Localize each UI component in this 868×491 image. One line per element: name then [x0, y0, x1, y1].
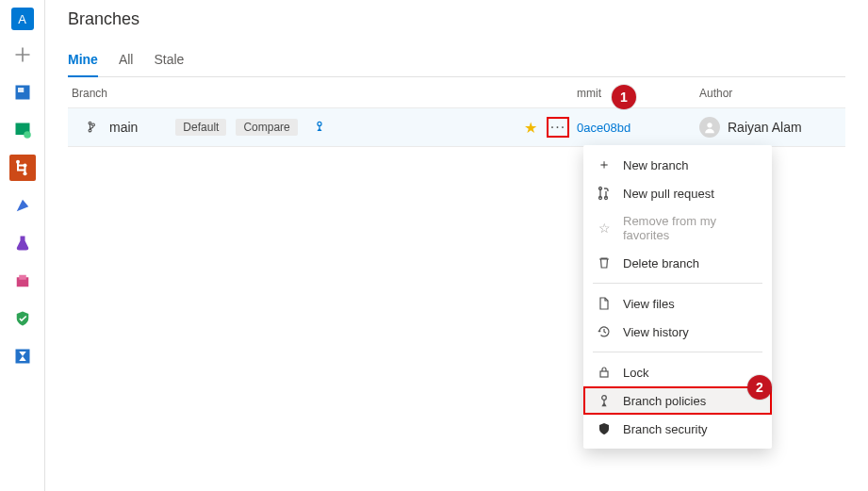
svg-point-19	[602, 396, 607, 401]
sidebar-item-boards[interactable]	[9, 117, 36, 143]
author-name: Raiyan Alam	[728, 120, 802, 135]
shield-icon	[597, 421, 612, 436]
tab-all[interactable]: All	[119, 46, 134, 76]
branch-row[interactable]: main Default Compare ★ ··· 0ace08bd	[68, 107, 845, 147]
flask-icon	[13, 234, 32, 253]
menu-label: Branch security	[623, 422, 708, 436]
svg-point-4	[16, 160, 20, 164]
branch-name[interactable]: main	[109, 120, 138, 135]
sidebar-item-overview[interactable]	[9, 79, 36, 106]
history-icon	[597, 324, 612, 339]
svg-point-3	[24, 131, 31, 139]
page-title: Branches	[68, 9, 845, 29]
artifacts-icon	[13, 271, 32, 290]
tab-stale[interactable]: Stale	[154, 46, 184, 76]
badge-compare[interactable]: Compare	[236, 119, 297, 136]
annotation-2: 2	[747, 375, 772, 400]
badge-default: Default	[175, 119, 226, 136]
project-avatar[interactable]: A	[11, 8, 34, 30]
hourglass-icon	[13, 347, 32, 366]
menu-label: Delete branch	[623, 256, 699, 270]
svg-rect-18	[600, 371, 608, 377]
sidebar-item-pipelines[interactable]	[9, 192, 36, 219]
menu-label: View history	[623, 325, 689, 339]
branch-icon	[87, 121, 100, 134]
commit-hash-link[interactable]: 0ace08bd	[577, 121, 699, 135]
menu-remove-favorite: ☆ Remove from my favorites	[583, 207, 772, 249]
sidebar-item-compliance[interactable]	[9, 305, 36, 332]
sidebar-item-hourglass[interactable]	[9, 343, 36, 369]
new-item-button[interactable]	[9, 41, 36, 68]
pull-request-icon	[597, 186, 612, 201]
menu-new-branch[interactable]: ＋ New branch	[583, 151, 772, 179]
svg-point-6	[23, 172, 26, 175]
menu-view-history[interactable]: View history	[583, 318, 772, 346]
boards-icon	[13, 121, 32, 139]
menu-branch-security[interactable]: Branch security	[583, 415, 772, 443]
svg-point-5	[23, 164, 26, 168]
tab-mine[interactable]: Mine	[68, 46, 98, 76]
menu-label: Lock	[623, 366, 648, 380]
branch-context-menu: ＋ New branch New pull request ☆ Remove f…	[583, 145, 772, 449]
col-commit-header: mmit	[577, 87, 699, 100]
menu-lock[interactable]: Lock	[583, 358, 772, 386]
svg-rect-1	[18, 88, 24, 92]
file-icon	[597, 296, 612, 311]
svg-point-14	[707, 123, 712, 127]
svg-rect-9	[15, 350, 29, 364]
menu-label: New branch	[623, 158, 688, 172]
annotation-1: 1	[612, 85, 636, 109]
svg-point-11	[89, 129, 91, 132]
menu-label: New pull request	[623, 187, 714, 201]
lock-icon	[597, 365, 612, 380]
board-icon	[13, 83, 32, 102]
sidebar-item-artifacts[interactable]	[9, 268, 36, 294]
menu-view-files[interactable]: View files	[583, 289, 772, 318]
menu-label: View files	[623, 297, 675, 311]
shield-check-icon	[13, 309, 32, 328]
svg-point-13	[318, 122, 321, 125]
column-headers: Branch mmit Author	[68, 77, 845, 107]
left-nav-rail: A	[0, 0, 45, 491]
favorite-star-icon[interactable]: ★	[524, 119, 537, 137]
col-branch-header: Branch	[68, 87, 577, 100]
menu-label: Branch policies	[623, 394, 706, 408]
menu-branch-policies[interactable]: Branch policies	[583, 386, 772, 415]
col-author-header: Author	[699, 87, 845, 100]
svg-rect-8	[19, 275, 26, 280]
plus-icon	[13, 45, 32, 64]
menu-label: Remove from my favorites	[623, 214, 759, 242]
ellipsis-icon: ···	[550, 119, 565, 136]
menu-new-pull-request[interactable]: New pull request	[583, 179, 772, 207]
branch-tabs: Mine All Stale	[68, 46, 845, 77]
more-actions-button[interactable]: ···	[547, 117, 569, 138]
policy-badge-icon[interactable]	[313, 120, 326, 136]
sidebar-item-repos[interactable]	[9, 155, 36, 181]
star-outline-icon: ☆	[597, 221, 612, 236]
author-avatar	[699, 117, 720, 138]
person-icon	[703, 121, 716, 134]
repos-icon	[13, 158, 32, 177]
pipelines-icon	[13, 196, 32, 215]
menu-separator	[593, 352, 762, 352]
plus-icon: ＋	[597, 157, 612, 172]
menu-delete-branch[interactable]: Delete branch	[583, 249, 772, 277]
menu-separator	[593, 283, 762, 284]
sidebar-item-testplans[interactable]	[9, 230, 36, 256]
policy-icon	[597, 393, 612, 408]
svg-point-12	[92, 123, 95, 126]
trash-icon	[597, 255, 612, 270]
